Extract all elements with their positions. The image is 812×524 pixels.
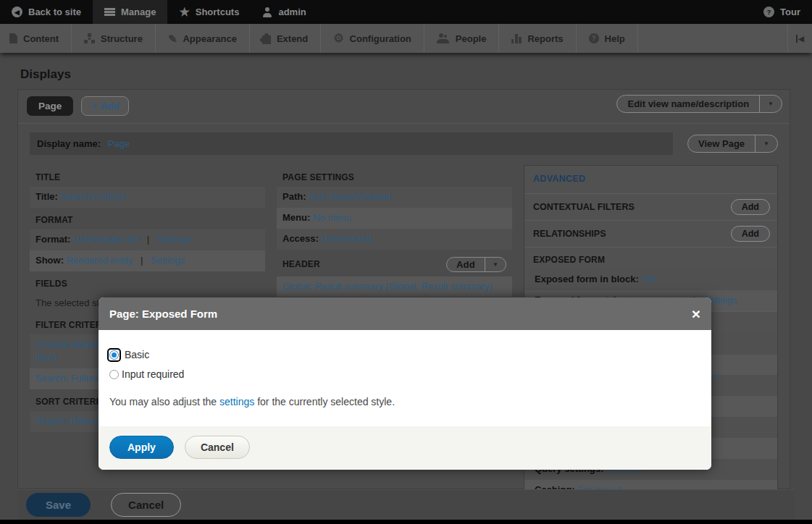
add-display-button[interactable]: +Add xyxy=(81,96,129,116)
menu-label: Menu: xyxy=(282,212,310,223)
back-arrow-icon: ◀ xyxy=(12,7,22,17)
contextual-filters-add-button[interactable]: Add xyxy=(731,199,770,215)
collapse-left-icon: ◀ xyxy=(796,35,804,43)
menu-item-appearance[interactable]: ✎ Appearance xyxy=(156,24,250,53)
save-button[interactable]: Save xyxy=(26,493,91,517)
tab-page-display[interactable]: Page xyxy=(27,96,73,116)
view-page-dropdown[interactable]: ▼ xyxy=(755,135,777,152)
format-link[interactable]: Unformatted list xyxy=(73,234,139,245)
title-link[interactable]: Search Content xyxy=(60,191,125,202)
puzzle-icon xyxy=(262,35,271,44)
dialog-buttonpane: Apply Cancel xyxy=(99,426,711,470)
admin-menu-tray: Content Structure ✎ Appearance Extend ⚙ … xyxy=(0,24,812,53)
menu-item-configuration[interactable]: ⚙ Configuration xyxy=(321,24,424,53)
edit-view-name-button[interactable]: Edit view name/description ▼ xyxy=(616,95,782,113)
apply-button[interactable]: Apply xyxy=(109,436,174,459)
display-tabs-row: Page +Add Edit view name/description ▼ xyxy=(18,90,790,124)
chevron-down-icon: ▼ xyxy=(493,261,498,268)
sitemap-icon xyxy=(84,33,95,43)
show-settings-link[interactable]: Settings xyxy=(151,255,185,266)
format-settings-link[interactable]: Settings xyxy=(157,234,191,245)
tour-button[interactable]: ? Tour xyxy=(752,0,812,24)
menu-row: Menu: No menu xyxy=(277,208,512,229)
access-label: Access: xyxy=(282,233,319,244)
toolbar-spacer xyxy=(318,0,752,24)
wrench-icon: ⚙ xyxy=(333,33,343,44)
menu-label-content: Content xyxy=(23,33,59,44)
chevron-down-icon: ▼ xyxy=(763,140,769,147)
form-actions: Save Cancel xyxy=(17,489,795,520)
add-display-label: Add xyxy=(100,101,119,111)
format-label: Format: xyxy=(35,234,70,245)
shortcuts-button[interactable]: ★ Shortcuts xyxy=(167,0,251,24)
dialog-cancel-button[interactable]: Cancel xyxy=(185,436,250,459)
admin-user-button[interactable]: admin xyxy=(251,0,317,24)
exposed-form-block-label: Exposed form in block: xyxy=(535,274,639,284)
section-exposed-form: EXPOSED FORM xyxy=(524,247,777,269)
exposed-form-block-row: Exposed form in block: Yes xyxy=(524,269,777,290)
relationships-add-button[interactable]: Add xyxy=(731,226,770,242)
view-page-button[interactable]: View Page ▼ xyxy=(687,135,778,153)
back-to-site-button[interactable]: ◀ Back to site xyxy=(0,0,93,24)
dialog-titlebar[interactable]: Page: Exposed Form × xyxy=(99,297,711,330)
menu-item-extend[interactable]: Extend xyxy=(250,24,321,53)
user-icon xyxy=(262,7,272,17)
section-relationships: RELATIONSHIPS Add xyxy=(524,220,777,247)
section-header: HEADER Add ▼ xyxy=(277,250,512,276)
obscured-link-fragment[interactable]: o xyxy=(713,370,718,381)
dialog-note: You may also adjust the settings for the… xyxy=(109,396,700,407)
section-contextual-filters: CONTEXTUAL FILTERS Add xyxy=(524,193,777,220)
radio-selected-icon[interactable] xyxy=(109,350,119,360)
tour-label: Tour xyxy=(780,7,800,17)
display-name-row: Display name: Page View Page ▼ xyxy=(30,132,778,155)
focus-ring xyxy=(107,348,121,362)
advanced-toggle[interactable]: ADVANCED xyxy=(524,166,777,193)
access-row: Access: Unrestricted xyxy=(277,229,512,250)
display-name-link[interactable]: Page xyxy=(108,138,130,149)
menu-item-reports[interactable]: Reports xyxy=(499,24,576,53)
global-result-summary-link[interactable]: Global: Result summary (Global: Result s… xyxy=(282,281,493,292)
path-link[interactable]: /solr-search/content xyxy=(309,191,391,202)
cancel-button[interactable]: Cancel xyxy=(111,493,181,517)
header-add-button[interactable]: Add ▼ xyxy=(446,257,506,272)
menu-item-structure[interactable]: Structure xyxy=(72,24,156,53)
dialog-body: Basic Input required You may also adjust… xyxy=(99,330,711,422)
menu-item-content[interactable]: Content xyxy=(0,24,72,53)
view-page-label: View Page xyxy=(688,135,755,152)
edit-view-dropdown[interactable]: ▼ xyxy=(759,96,782,112)
header-global-row: Global: Result summary (Global: Result s… xyxy=(277,276,512,297)
toolbar-orientation-toggle[interactable]: ◀ xyxy=(787,24,812,53)
paintbrush-icon: ✎ xyxy=(168,33,177,44)
manage-menu-button[interactable]: Manage xyxy=(93,0,167,24)
header-add-dropdown[interactable]: ▼ xyxy=(485,258,506,271)
edit-view-name-label: Edit view name/description xyxy=(617,96,759,112)
section-fields: FIELDS xyxy=(30,271,265,293)
exposed-form-dialog: Page: Exposed Form × Basic Input require… xyxy=(99,297,711,470)
menu-label-help: Help xyxy=(605,33,625,44)
menu-label-appearance: Appearance xyxy=(183,33,236,44)
close-icon[interactable]: × xyxy=(692,306,700,321)
radio-label-basic[interactable]: Basic xyxy=(125,349,149,360)
plus-icon: + xyxy=(91,101,97,111)
section-page-settings: PAGE SETTINGS xyxy=(277,165,512,187)
settings-link[interactable]: settings xyxy=(219,396,254,407)
show-link[interactable]: Rendered entity xyxy=(67,255,133,266)
radio-option-basic[interactable]: Basic xyxy=(109,349,700,360)
question-mark-icon: ? xyxy=(763,7,774,17)
menu-item-people[interactable]: People xyxy=(424,24,500,53)
admin-toolbar: ◀ Back to site Manage ★ Shortcuts admin … xyxy=(0,0,812,24)
show-label: Show: xyxy=(35,255,64,266)
menu-link[interactable]: No menu xyxy=(313,212,351,223)
menu-item-help[interactable]: ? Help xyxy=(577,24,638,53)
radio-unselected-icon[interactable] xyxy=(109,370,119,379)
exposed-form-block-link[interactable]: Yes xyxy=(641,274,656,284)
help-icon: ? xyxy=(589,33,599,43)
page-title: Displays xyxy=(20,67,812,82)
access-link[interactable]: Unrestricted xyxy=(322,233,372,244)
section-format: FORMAT xyxy=(30,208,265,229)
title-label: Title: xyxy=(35,191,58,202)
document-icon xyxy=(9,33,17,43)
radio-label-input-required[interactable]: Input required xyxy=(122,368,184,380)
radio-option-input-required[interactable]: Input required xyxy=(109,368,700,380)
chevron-down-icon: ▼ xyxy=(768,101,774,107)
